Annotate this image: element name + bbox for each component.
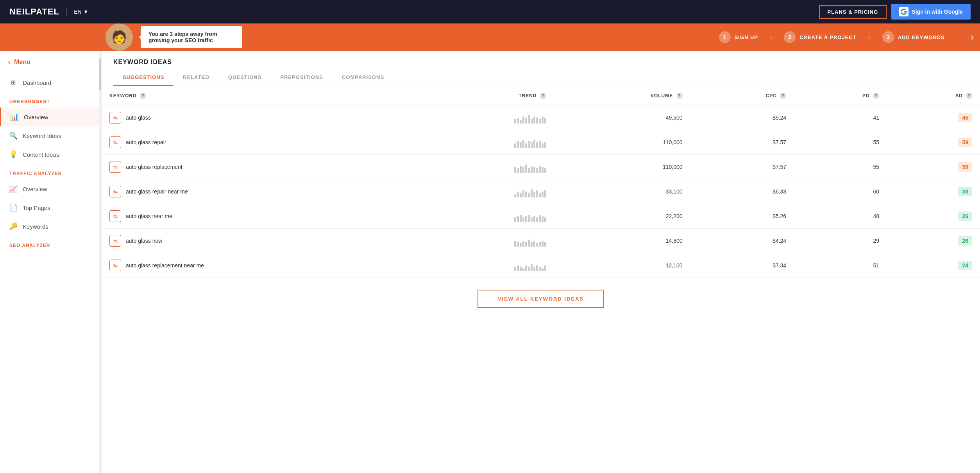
sd-value: 26	[958, 211, 972, 221]
sidebar-item-traffic-overview[interactable]: 📈 Overview	[0, 179, 101, 198]
keyword-link-icon[interactable]: ↹	[109, 235, 121, 247]
banner-next-arrow[interactable]: ›	[971, 32, 974, 43]
trend-bar	[539, 166, 541, 173]
step-1[interactable]: 1 SIGN UP	[707, 31, 770, 43]
trend-bar	[536, 217, 538, 222]
cpc-cell-2: $7.57	[690, 155, 794, 179]
trend-bar	[525, 143, 527, 148]
trend-bar	[544, 118, 546, 124]
trend-bar	[536, 265, 538, 271]
trend-bar	[520, 215, 522, 222]
trend-bars	[425, 161, 546, 173]
pd-help-icon[interactable]: ?	[873, 93, 879, 99]
trend-bar	[517, 216, 519, 222]
trend-bar	[542, 167, 544, 173]
keyword-text: auto glass repair	[126, 139, 166, 145]
tab-suggestions[interactable]: SUGGESTIONS	[113, 70, 173, 86]
cpc-cell-6: $7.34	[690, 253, 794, 278]
menu-label: Menu	[14, 59, 30, 66]
keyword-link-icon[interactable]: ↹	[109, 186, 121, 197]
language-selector[interactable]: EN ▼	[74, 9, 88, 15]
sd-cell-1: 59	[887, 130, 980, 155]
section-ubersuggest: UBERSUGGEST	[0, 92, 101, 108]
trend-bar	[544, 242, 546, 247]
view-all-button[interactable]: VIEW ALL KEYWORD IDEAS	[477, 290, 604, 308]
trend-bar	[525, 192, 527, 197]
keyword-cell-0: ↹ auto glass	[102, 106, 417, 130]
keyword-ideas-title: KEYWORD IDEAS	[113, 59, 968, 70]
trend-bar	[522, 241, 524, 247]
keywords-icon: 🔑	[9, 222, 17, 230]
plans-pricing-button[interactable]: PLANS & PRICING	[819, 5, 887, 19]
table-row: ↹ auto glass replacement near me 12,100$…	[102, 253, 980, 278]
cpc-cell-0: $5.24	[690, 106, 794, 130]
trend-help-icon[interactable]: ?	[540, 93, 546, 99]
sd-help-icon[interactable]: ?	[966, 93, 972, 99]
top-pages-label: Top Pages	[23, 204, 50, 211]
trend-bar	[514, 143, 516, 148]
trend-bar	[544, 217, 546, 222]
keyword-cell-5: ↹ auto glass now	[102, 229, 417, 253]
nav-divider: |	[66, 7, 68, 16]
sign-in-google-button[interactable]: Sign in with Google	[891, 4, 971, 20]
table-row: ↹ auto glass near me 22,200$5.264826	[102, 204, 980, 229]
trend-bar	[542, 216, 544, 222]
menu-header[interactable]: ‹ Menu	[0, 51, 101, 73]
trend-bar	[528, 193, 530, 197]
step-2[interactable]: 2 CREATE A PROJECT	[772, 31, 868, 43]
trend-cell-5	[417, 229, 554, 253]
tab-prepositions[interactable]: PREPOSITIONS	[271, 70, 333, 86]
table-row: ↹ auto glass now 14,800$4.242926	[102, 229, 980, 253]
trend-bar	[531, 189, 533, 197]
sidebar-item-dashboard[interactable]: ⊞ Dashboard	[0, 73, 101, 92]
trend-bar	[528, 267, 530, 271]
keyword-link-icon[interactable]: ↹	[109, 260, 121, 271]
trend-bar	[531, 119, 533, 124]
sidebar-item-ubersuggest-overview[interactable]: 📊 Overview	[0, 108, 101, 126]
pd-cell-1: 55	[794, 130, 887, 155]
keyword-help-icon[interactable]: ?	[140, 93, 146, 99]
pd-cell-3: 60	[794, 179, 887, 204]
pd-cell-6: 51	[794, 253, 887, 278]
sidebar-item-content-ideas[interactable]: 💡 Content Ideas	[0, 145, 101, 164]
keyword-link-icon[interactable]: ↹	[109, 161, 121, 173]
trend-bar	[539, 215, 541, 222]
trend-bar	[544, 168, 546, 173]
traffic-overview-icon: 📈	[9, 185, 17, 193]
volume-help-icon[interactable]: ?	[676, 93, 683, 99]
keyword-link-icon[interactable]: ↹	[109, 112, 121, 124]
trend-bar	[539, 119, 541, 124]
sidebar-item-keyword-ideas[interactable]: 🔍 Keyword Ideas	[0, 126, 101, 145]
sd-cell-0: 45	[887, 106, 980, 130]
trend-bar	[536, 168, 538, 173]
keyword-link-icon[interactable]: ↹	[109, 210, 121, 222]
trend-bar	[522, 116, 524, 124]
col-header-sd: SD ?	[887, 86, 980, 106]
tab-questions[interactable]: QUESTIONS	[219, 70, 271, 86]
trend-bar	[525, 216, 527, 222]
trend-bar	[533, 216, 535, 222]
trend-bar	[520, 267, 522, 271]
sidebar-item-top-pages[interactable]: 📄 Top Pages	[0, 198, 101, 217]
tab-related[interactable]: RELATED	[173, 70, 218, 86]
dashboard-label: Dashboard	[23, 79, 51, 86]
logo: NEILPATEL	[9, 7, 59, 17]
cpc-cell-5: $4.24	[690, 229, 794, 253]
cpc-cell-3: $6.33	[690, 179, 794, 204]
trend-bars	[425, 260, 546, 271]
sidebar-item-keywords[interactable]: 🔑 Keywords	[0, 217, 101, 236]
cpc-help-icon[interactable]: ?	[780, 93, 786, 99]
step-3[interactable]: 3 ADD KEYWORDS	[871, 31, 957, 43]
step-1-label: SIGN UP	[735, 34, 758, 40]
trend-bar	[520, 243, 522, 247]
trend-bar	[536, 190, 538, 197]
trend-bar	[528, 141, 530, 148]
section-seo-analyzer: SEO ANALYZER	[0, 236, 101, 251]
tab-comparisons[interactable]: COMPARISONS	[333, 70, 393, 86]
trend-bar	[536, 243, 538, 247]
trend-bar	[517, 141, 519, 148]
trend-bar	[531, 142, 533, 148]
sidebar: ‹ Menu ⊞ Dashboard UBERSUGGEST 📊 Overvie…	[0, 51, 102, 473]
keyword-link-icon[interactable]: ↹	[109, 136, 121, 148]
trend-bar	[536, 118, 538, 124]
